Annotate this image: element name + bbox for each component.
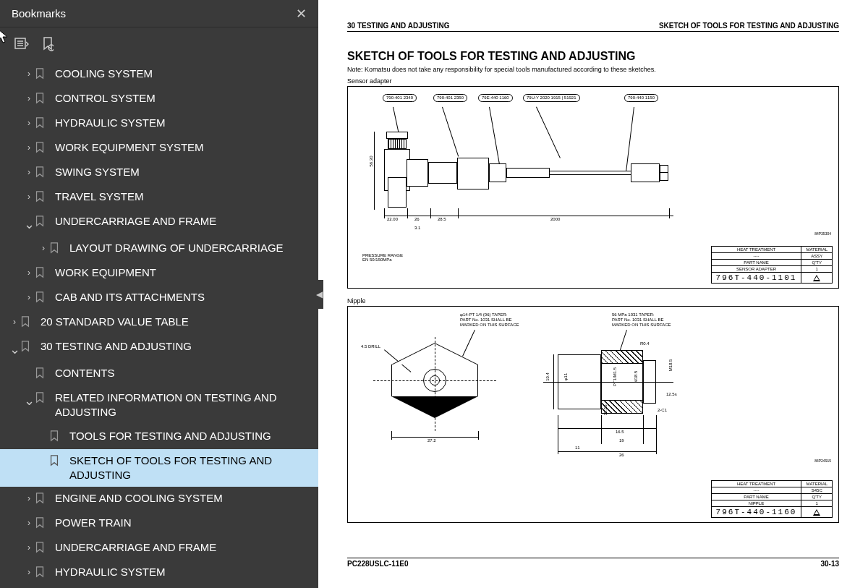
chevron-right-icon[interactable]: ›: [23, 268, 35, 278]
page-title: SKETCH OF TOOLS FOR TESTING AND ADJUSTIN…: [347, 50, 839, 63]
bookmark-icon: [35, 216, 48, 230]
bookmark-item[interactable]: ›POWER TRAIN: [0, 511, 318, 536]
bookmark-item[interactable]: ›CONTROL SYSTEM: [0, 87, 318, 111]
chevron-right-icon[interactable]: ›: [23, 542, 35, 553]
chevron-right-icon[interactable]: ›: [23, 518, 35, 528]
bookmark-ribbon-icon[interactable]: [42, 37, 54, 54]
page-footer: PC228USLC-11E0 30-13: [347, 558, 839, 568]
bookmarks-sidebar: Bookmarks ✕ ›COOLING SYSTEM›CONTROL SYST…: [0, 0, 318, 588]
bookmark-icon: [35, 267, 48, 281]
bookmark-label: 20 STANDARD VALUE TABLE: [41, 315, 195, 329]
document-page: 30 TESTING AND ADJUSTING SKETCH OF TOOLS…: [318, 0, 868, 588]
dim: 12.5s: [666, 392, 677, 396]
chevron-right-icon[interactable]: ›: [23, 69, 35, 79]
bookmark-label: SKETCH OF TOOLS FOR TESTING AND ADJUSTIN…: [69, 453, 311, 483]
bookmark-item[interactable]: TOOLS FOR TESTING AND ADJUSTING: [0, 425, 318, 449]
figure2-label: Nipple: [347, 297, 839, 304]
dim: 16.5: [616, 430, 624, 434]
bookmark-icon: [35, 392, 48, 406]
dim: 26: [414, 217, 420, 221]
bookmark-icon: [49, 242, 62, 257]
page-header: 30 TESTING AND ADJUSTING SKETCH OF TOOLS…: [347, 22, 839, 32]
bookmark-icon: [20, 341, 33, 355]
chevron-down-icon[interactable]: ⌄: [9, 341, 20, 357]
bookmark-label: HYDRAULIC SYSTEM: [55, 116, 171, 130]
chevron-right-icon[interactable]: ›: [23, 118, 35, 128]
dim: 19.4: [545, 372, 550, 381]
bookmark-icon: [49, 455, 62, 469]
chevron-right-icon[interactable]: ›: [23, 142, 35, 153]
figure1-label: Sensor adapter: [347, 77, 839, 85]
dim: 56.30: [369, 155, 373, 166]
callout: 79U-Y 2020 1915 | 51921: [523, 94, 580, 102]
sidebar-header: Bookmarks ✕: [0, 0, 318, 27]
bookmark-icon: [35, 367, 48, 382]
bookmark-item[interactable]: ⌄UNDERCARRIAGE AND FRAME: [0, 210, 318, 237]
pressure-note: PRESSURE RANGE EN 50/150MPa: [362, 253, 403, 262]
bookmark-item[interactable]: ›CAB AND ITS ATTACHMENTS: [0, 286, 318, 310]
callout: 790-440 1150: [624, 94, 658, 102]
sidebar-toolbar: [0, 27, 318, 59]
chevron-right-icon[interactable]: ›: [23, 567, 35, 577]
bookmark-item[interactable]: SKETCH OF TOOLS FOR TESTING AND ADJUSTIN…: [0, 449, 318, 487]
chevron-down-icon[interactable]: ⌄: [23, 216, 35, 232]
chevron-right-icon[interactable]: ›: [23, 93, 35, 103]
bookmark-item[interactable]: ›COOLING SYSTEM: [0, 62, 318, 87]
bookmark-item[interactable]: ›HYDRAULIC SYSTEM: [0, 111, 318, 136]
bookmark-icon: [35, 93, 48, 107]
bookmark-label: UNDERCARRIAGE AND FRAME: [55, 214, 222, 229]
bookmark-tree[interactable]: ›COOLING SYSTEM›CONTROL SYSTEM›HYDRAULIC…: [0, 59, 318, 588]
bookmark-item[interactable]: ›LAYOUT DRAWING OF UNDERCARRIAGE: [0, 237, 318, 261]
figure2-box: φ14-PT 1/4 (06) TAPER: PART No. 1031 SHA…: [347, 306, 839, 523]
chevron-right-icon[interactable]: ›: [9, 317, 20, 327]
part-table-1: HEAT TREATMENTMATERIAL ----ASSY PART NAM…: [711, 246, 833, 284]
dim: M18.5: [668, 359, 673, 372]
bookmark-label: COOLING SYSTEM: [55, 67, 158, 81]
bookmark-label: RELATED INFORMATION ON TESTING AND ADJUS…: [55, 391, 311, 420]
bookmark-item[interactable]: ›WORK EQUIPMENT SYSTEM: [0, 136, 318, 161]
header-left: 30 TESTING AND ADJUSTING: [347, 22, 450, 30]
dim: 27.2: [427, 438, 436, 443]
surface-note: φ14-PT 1/4 (06) TAPER: PART No. 1031 SHA…: [460, 312, 519, 328]
document-viewport[interactable]: 30 TESTING AND ADJUSTING SKETCH OF TOOLS…: [318, 0, 868, 588]
bookmark-item[interactable]: ›UNDERCARRIAGE AND FRAME: [0, 536, 318, 561]
bookmark-item[interactable]: ›20 STANDARD VALUE TABLE: [0, 310, 318, 335]
bookmark-item[interactable]: ›TRAVEL SYSTEM: [0, 185, 318, 210]
bookmark-label: UNDERCARRIAGE AND FRAME: [55, 540, 222, 555]
bookmark-icon: [20, 316, 33, 331]
chevron-right-icon[interactable]: ›: [23, 493, 35, 503]
chevron-right-icon[interactable]: ›: [23, 192, 35, 202]
sidebar-title: Bookmarks: [12, 7, 66, 20]
sidebar-collapse-handle[interactable]: ◀: [315, 280, 323, 309]
dim: 22.00: [387, 217, 398, 221]
bookmark-icon: [35, 493, 48, 507]
dim: 26: [619, 453, 624, 457]
bookmark-label: WORK EQUIPMENT SYSTEM: [55, 140, 210, 155]
dim: 2000: [550, 217, 560, 221]
close-icon[interactable]: ✕: [296, 7, 307, 20]
bookmark-label: SWING SYSTEM: [55, 165, 145, 179]
bookmark-item[interactable]: ›ENGINE AND COOLING SYSTEM: [0, 487, 318, 511]
options-icon[interactable]: [14, 38, 29, 53]
chevron-right-icon[interactable]: ›: [38, 243, 49, 253]
dim: 3.1: [414, 226, 420, 230]
bookmark-item[interactable]: ›HYDRAULIC SYSTEM: [0, 561, 318, 585]
drawing-ref: 84P24915: [814, 459, 831, 463]
callout: 790-401 2340: [383, 94, 417, 102]
dim: 4.5 DRILL: [361, 344, 380, 349]
bookmark-item[interactable]: CONTENTS: [0, 362, 318, 386]
chevron-right-icon[interactable]: ›: [23, 292, 35, 302]
bookmark-item[interactable]: ⌄30 TESTING AND ADJUSTING: [0, 335, 318, 362]
header-right: SKETCH OF TOOLS FOR TESTING AND ADJUSTIN…: [659, 22, 839, 30]
part-table-2: HEAT TREATMENTMATERIAL ----S45C PART NAM…: [711, 480, 833, 518]
bookmark-icon: [35, 166, 48, 181]
dim: M18.5: [634, 371, 638, 383]
chevron-down-icon[interactable]: ⌄: [23, 393, 35, 409]
chevron-right-icon[interactable]: ›: [23, 167, 35, 177]
bookmark-item[interactable]: ›WORK EQUIPMENT: [0, 261, 318, 286]
bookmark-label: WORK EQUIPMENT: [55, 265, 162, 280]
bookmark-icon: [35, 191, 48, 205]
bookmark-item[interactable]: ›SWING SYSTEM: [0, 161, 318, 185]
bookmark-item[interactable]: ⌄RELATED INFORMATION ON TESTING AND ADJU…: [0, 386, 318, 425]
bookmark-label: POWER TRAIN: [55, 516, 137, 530]
